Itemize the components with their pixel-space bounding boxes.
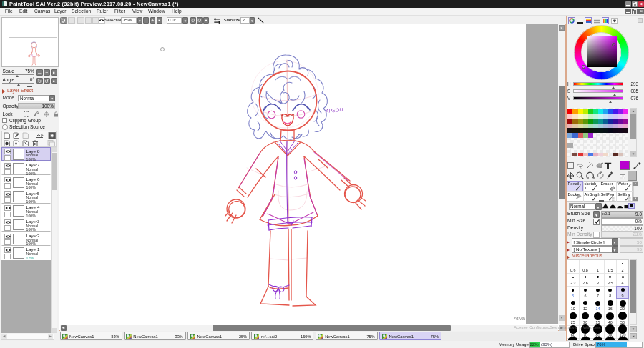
svg-text:▒: ▒: [628, 197, 631, 201]
svg-text:▒: ▒: [612, 197, 615, 201]
svg-text:APSOU.: APSOU.: [324, 107, 344, 114]
